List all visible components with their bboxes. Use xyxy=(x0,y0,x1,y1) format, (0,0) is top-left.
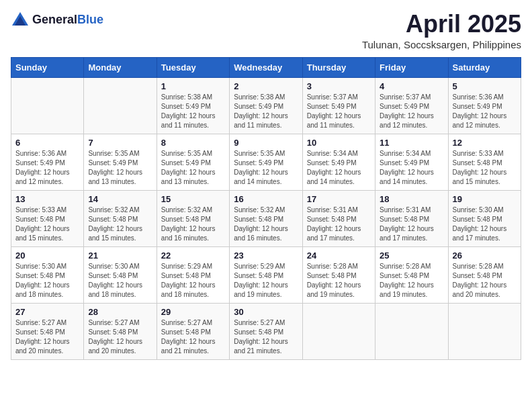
day-number: 2 xyxy=(234,81,298,91)
day-number: 13 xyxy=(15,194,79,204)
day-number: 20 xyxy=(15,250,79,261)
header: GeneralBlue April 2025 Tulunan, Soccsksa… xyxy=(11,11,521,50)
day-number: 9 xyxy=(234,138,298,148)
day-number: 21 xyxy=(88,250,152,261)
calendar-cell: 13 Sunrise: 5:33 AMSunset: 5:48 PMDaylig… xyxy=(11,190,84,246)
day-info: Sunrise: 5:35 AMSunset: 5:49 PMDaylight:… xyxy=(88,150,142,185)
day-number: 8 xyxy=(161,138,225,148)
day-info: Sunrise: 5:33 AMSunset: 5:48 PMDaylight:… xyxy=(15,206,70,242)
calendar-week-row: 1 Sunrise: 5:38 AMSunset: 5:49 PMDayligh… xyxy=(11,77,521,134)
day-number: 19 xyxy=(453,194,517,204)
day-number: 5 xyxy=(453,81,517,91)
calendar-cell: 15 Sunrise: 5:32 AMSunset: 5:48 PMDaylig… xyxy=(157,190,229,246)
weekday-header-friday: Friday xyxy=(375,57,448,77)
weekday-header-tuesday: Tuesday xyxy=(157,57,229,77)
day-info: Sunrise: 5:31 AMSunset: 5:48 PMDaylight:… xyxy=(380,206,434,242)
day-info: Sunrise: 5:28 AMSunset: 5:48 PMDaylight:… xyxy=(380,263,434,298)
day-number: 27 xyxy=(15,307,79,317)
calendar-cell xyxy=(448,303,521,359)
calendar-cell: 17 Sunrise: 5:31 AMSunset: 5:48 PMDaylig… xyxy=(302,190,375,246)
calendar-cell: 10 Sunrise: 5:34 AMSunset: 5:49 PMDaylig… xyxy=(302,134,375,190)
day-number: 15 xyxy=(161,194,225,204)
day-info: Sunrise: 5:32 AMSunset: 5:48 PMDaylight:… xyxy=(88,206,142,242)
day-info: Sunrise: 5:31 AMSunset: 5:48 PMDaylight:… xyxy=(307,206,361,242)
calendar-cell: 26 Sunrise: 5:28 AMSunset: 5:48 PMDaylig… xyxy=(448,246,521,303)
day-info: Sunrise: 5:35 AMSunset: 5:49 PMDaylight:… xyxy=(161,150,216,185)
day-number: 29 xyxy=(161,307,225,317)
day-info: Sunrise: 5:27 AMSunset: 5:48 PMDaylight:… xyxy=(234,319,288,355)
day-info: Sunrise: 5:28 AMSunset: 5:48 PMDaylight:… xyxy=(307,263,361,298)
day-info: Sunrise: 5:34 AMSunset: 5:49 PMDaylight:… xyxy=(380,150,434,185)
day-info: Sunrise: 5:36 AMSunset: 5:49 PMDaylight:… xyxy=(15,150,70,185)
day-number: 16 xyxy=(234,194,298,204)
calendar-cell: 18 Sunrise: 5:31 AMSunset: 5:48 PMDaylig… xyxy=(375,190,448,246)
calendar-cell: 7 Sunrise: 5:35 AMSunset: 5:49 PMDayligh… xyxy=(84,134,157,190)
calendar-table: SundayMondayTuesdayWednesdayThursdayFrid… xyxy=(11,57,521,360)
calendar-cell: 16 Sunrise: 5:32 AMSunset: 5:48 PMDaylig… xyxy=(230,190,302,246)
day-number: 10 xyxy=(307,138,371,148)
calendar-cell: 1 Sunrise: 5:38 AMSunset: 5:49 PMDayligh… xyxy=(157,77,229,134)
day-info: Sunrise: 5:29 AMSunset: 5:48 PMDaylight:… xyxy=(161,263,216,298)
calendar-cell: 19 Sunrise: 5:30 AMSunset: 5:48 PMDaylig… xyxy=(448,190,521,246)
day-number: 11 xyxy=(380,138,443,148)
calendar-cell: 2 Sunrise: 5:38 AMSunset: 5:49 PMDayligh… xyxy=(230,77,302,134)
day-info: Sunrise: 5:30 AMSunset: 5:48 PMDaylight:… xyxy=(15,263,70,298)
day-number: 26 xyxy=(453,250,517,261)
logo: GeneralBlue xyxy=(11,11,103,30)
day-info: Sunrise: 5:29 AMSunset: 5:48 PMDaylight:… xyxy=(234,263,288,298)
calendar-cell: 25 Sunrise: 5:28 AMSunset: 5:48 PMDaylig… xyxy=(375,246,448,303)
day-number: 1 xyxy=(161,81,225,91)
title-area: April 2025 Tulunan, Soccsksargen, Philip… xyxy=(362,11,521,50)
calendar-cell: 5 Sunrise: 5:36 AMSunset: 5:49 PMDayligh… xyxy=(448,77,521,134)
calendar-cell xyxy=(302,303,375,359)
day-info: Sunrise: 5:30 AMSunset: 5:48 PMDaylight:… xyxy=(88,263,142,298)
calendar-cell: 4 Sunrise: 5:37 AMSunset: 5:49 PMDayligh… xyxy=(375,77,448,134)
day-number: 24 xyxy=(307,250,371,261)
calendar-header-row: SundayMondayTuesdayWednesdayThursdayFrid… xyxy=(11,57,521,77)
calendar-cell: 27 Sunrise: 5:27 AMSunset: 5:48 PMDaylig… xyxy=(11,303,84,359)
weekday-header-monday: Monday xyxy=(84,57,157,77)
logo-general: GeneralBlue xyxy=(32,13,103,27)
calendar-cell xyxy=(11,77,84,134)
weekday-header-sunday: Sunday xyxy=(11,57,84,77)
calendar-cell: 9 Sunrise: 5:35 AMSunset: 5:49 PMDayligh… xyxy=(230,134,302,190)
calendar-subtitle: Tulunan, Soccsksargen, Philippines xyxy=(362,39,521,50)
calendar-title: April 2025 xyxy=(362,11,521,38)
day-number: 14 xyxy=(88,194,152,204)
calendar-cell: 28 Sunrise: 5:27 AMSunset: 5:48 PMDaylig… xyxy=(84,303,157,359)
weekday-header-wednesday: Wednesday xyxy=(230,57,302,77)
day-number: 25 xyxy=(380,250,443,261)
calendar-cell: 21 Sunrise: 5:30 AMSunset: 5:48 PMDaylig… xyxy=(84,246,157,303)
day-info: Sunrise: 5:37 AMSunset: 5:49 PMDaylight:… xyxy=(380,93,434,129)
day-info: Sunrise: 5:30 AMSunset: 5:48 PMDaylight:… xyxy=(453,206,507,242)
calendar-cell: 14 Sunrise: 5:32 AMSunset: 5:48 PMDaylig… xyxy=(84,190,157,246)
day-info: Sunrise: 5:28 AMSunset: 5:48 PMDaylight:… xyxy=(453,263,507,298)
calendar-week-row: 6 Sunrise: 5:36 AMSunset: 5:49 PMDayligh… xyxy=(11,134,521,190)
calendar-cell xyxy=(375,303,448,359)
calendar-cell: 11 Sunrise: 5:34 AMSunset: 5:49 PMDaylig… xyxy=(375,134,448,190)
day-info: Sunrise: 5:32 AMSunset: 5:48 PMDaylight:… xyxy=(161,206,216,242)
day-info: Sunrise: 5:38 AMSunset: 5:49 PMDaylight:… xyxy=(234,93,288,129)
calendar-cell: 3 Sunrise: 5:37 AMSunset: 5:49 PMDayligh… xyxy=(302,77,375,134)
day-number: 18 xyxy=(380,194,443,204)
weekday-header-thursday: Thursday xyxy=(302,57,375,77)
calendar-cell: 20 Sunrise: 5:30 AMSunset: 5:48 PMDaylig… xyxy=(11,246,84,303)
calendar-week-row: 20 Sunrise: 5:30 AMSunset: 5:48 PMDaylig… xyxy=(11,246,521,303)
calendar-week-row: 27 Sunrise: 5:27 AMSunset: 5:48 PMDaylig… xyxy=(11,303,521,359)
day-info: Sunrise: 5:27 AMSunset: 5:48 PMDaylight:… xyxy=(161,319,216,355)
day-info: Sunrise: 5:36 AMSunset: 5:49 PMDaylight:… xyxy=(453,93,507,129)
day-info: Sunrise: 5:27 AMSunset: 5:48 PMDaylight:… xyxy=(15,319,70,355)
day-number: 4 xyxy=(380,81,443,91)
calendar-cell: 29 Sunrise: 5:27 AMSunset: 5:48 PMDaylig… xyxy=(157,303,229,359)
calendar-cell: 12 Sunrise: 5:33 AMSunset: 5:48 PMDaylig… xyxy=(448,134,521,190)
logo-icon xyxy=(11,11,30,30)
calendar-week-row: 13 Sunrise: 5:33 AMSunset: 5:48 PMDaylig… xyxy=(11,190,521,246)
weekday-header-saturday: Saturday xyxy=(448,57,521,77)
calendar-cell: 30 Sunrise: 5:27 AMSunset: 5:48 PMDaylig… xyxy=(230,303,302,359)
day-info: Sunrise: 5:27 AMSunset: 5:48 PMDaylight:… xyxy=(88,319,142,355)
calendar-cell: 6 Sunrise: 5:36 AMSunset: 5:49 PMDayligh… xyxy=(11,134,84,190)
calendar-cell: 23 Sunrise: 5:29 AMSunset: 5:48 PMDaylig… xyxy=(230,246,302,303)
day-number: 23 xyxy=(234,250,298,261)
day-info: Sunrise: 5:33 AMSunset: 5:48 PMDaylight:… xyxy=(453,150,507,185)
calendar-cell xyxy=(84,77,157,134)
